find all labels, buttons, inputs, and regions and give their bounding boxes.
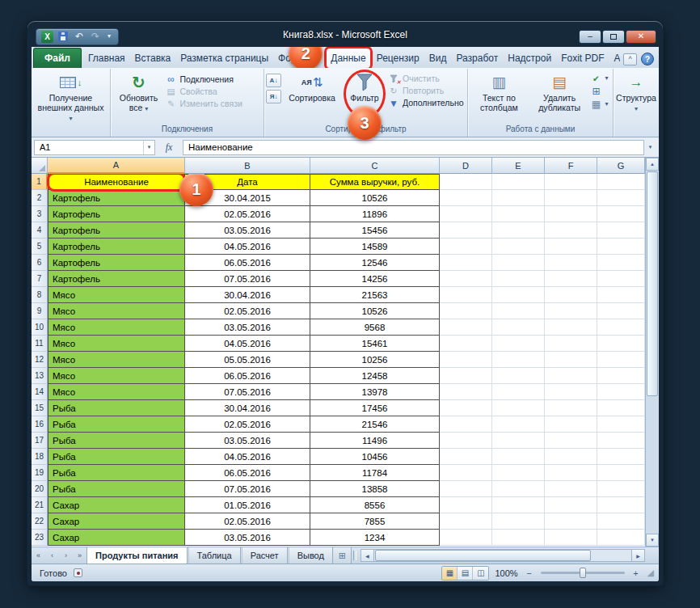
sort-button[interactable]: АЯ⇅ Сортировка: [283, 70, 341, 122]
row-header-22[interactable]: 22: [32, 513, 48, 530]
cell-F23[interactable]: [545, 530, 597, 546]
what-if-analysis-button[interactable]: ▦▾: [590, 99, 611, 109]
cell-C15[interactable]: 17456: [310, 400, 440, 416]
cell-D12[interactable]: [440, 352, 492, 368]
cell-F13[interactable]: [545, 368, 597, 384]
cell-C6[interactable]: 12546: [310, 255, 440, 271]
cell-E1[interactable]: [492, 174, 545, 190]
cell-D21[interactable]: [440, 497, 492, 513]
cell-F22[interactable]: [545, 513, 597, 530]
cell-C12[interactable]: 10256: [310, 352, 440, 368]
sheet-tab-1[interactable]: Продукты питания: [86, 547, 188, 564]
cell-B6[interactable]: 06.05.2016: [185, 255, 310, 271]
cell-A5[interactable]: Картофель: [48, 239, 185, 255]
name-box[interactable]: A1 ▾: [34, 140, 155, 155]
sort-descending-button[interactable]: Я↓: [266, 90, 281, 103]
cell-D14[interactable]: [440, 384, 492, 400]
cell-G9[interactable]: [597, 303, 645, 319]
cell-B12[interactable]: 05.05.2016: [185, 352, 310, 368]
zoom-out-button[interactable]: −: [524, 568, 535, 578]
connections-button[interactable]: ∞Подключения: [166, 74, 261, 84]
cell-E13[interactable]: [492, 368, 545, 384]
cell-B23[interactable]: 03.05.2016: [185, 530, 310, 546]
cell-D10[interactable]: [440, 319, 492, 336]
sheet-tab-2[interactable]: Таблица: [188, 547, 241, 564]
cell-F6[interactable]: [545, 255, 597, 271]
cell-C16[interactable]: 21546: [310, 416, 440, 433]
cell-E14[interactable]: [492, 384, 545, 400]
first-sheet-button[interactable]: «: [32, 547, 45, 564]
qat-customize-button[interactable]: ▾: [105, 30, 113, 43]
insert-function-button[interactable]: fx: [155, 140, 183, 155]
cell-D23[interactable]: [440, 530, 492, 546]
restore-button[interactable]: [602, 30, 625, 44]
cell-C21[interactable]: 8556: [310, 497, 440, 513]
properties-button[interactable]: ▤Свойства: [166, 87, 261, 96]
cell-D2[interactable]: [440, 190, 492, 206]
cell-B17[interactable]: 03.05.2016: [185, 433, 310, 449]
row-header-12[interactable]: 12: [32, 352, 48, 368]
cell-A13[interactable]: Мясо: [48, 368, 185, 384]
cell-D1[interactable]: [440, 174, 492, 190]
cell-C1[interactable]: Сумма выручки, руб.: [310, 174, 440, 190]
cell-G6[interactable]: [597, 255, 645, 271]
cell-E6[interactable]: [492, 255, 545, 271]
cell-B18[interactable]: 04.05.2016: [185, 449, 310, 465]
horizontal-scrollbar[interactable]: ◀ ▶: [361, 549, 645, 562]
select-all-corner[interactable]: [32, 158, 48, 174]
cell-A9[interactable]: Мясо: [48, 303, 185, 319]
excel-app-icon[interactable]: X: [41, 31, 53, 43]
cell-E9[interactable]: [492, 303, 545, 319]
cell-B1[interactable]: Дата: [185, 174, 310, 190]
cell-D4[interactable]: [440, 222, 492, 239]
ribbon-tab-3[interactable]: Разметка страницы: [175, 49, 273, 68]
cell-F4[interactable]: [545, 222, 597, 239]
data-validation-button[interactable]: ✔▾: [590, 74, 611, 83]
consolidate-button[interactable]: ⊞: [590, 87, 611, 96]
cell-C2[interactable]: 10526: [310, 190, 440, 206]
ribbon-tab-11[interactable]: ABBYY PD: [609, 49, 620, 68]
zoom-slider[interactable]: [541, 572, 625, 574]
cell-B5[interactable]: 04.05.2016: [185, 239, 310, 255]
cell-C20[interactable]: 13858: [310, 481, 440, 497]
edit-links-button[interactable]: ✎Изменить связи: [166, 99, 261, 108]
cell-B3[interactable]: 02.05.2016: [185, 206, 310, 222]
cell-D11[interactable]: [440, 336, 492, 352]
cell-F3[interactable]: [545, 206, 597, 222]
row-header-4[interactable]: 4: [32, 222, 48, 239]
page-break-view-button[interactable]: ◫: [473, 567, 488, 580]
cell-D8[interactable]: [440, 287, 492, 303]
vertical-scroll-thumb[interactable]: [647, 171, 658, 396]
cell-G15[interactable]: [597, 400, 645, 416]
row-header-20[interactable]: 20: [32, 481, 48, 497]
cell-G19[interactable]: [597, 465, 645, 481]
cell-G1[interactable]: [597, 174, 645, 190]
cell-B7[interactable]: 07.05.2016: [185, 271, 310, 287]
cell-F18[interactable]: [545, 449, 597, 465]
cell-C7[interactable]: 14256: [310, 271, 440, 287]
cell-F1[interactable]: [545, 174, 597, 190]
cell-E7[interactable]: [492, 271, 545, 287]
cell-B10[interactable]: 03.05.2016: [185, 319, 310, 336]
scroll-down-button[interactable]: ▼: [646, 534, 659, 547]
cell-D13[interactable]: [440, 368, 492, 384]
cell-E20[interactable]: [492, 481, 545, 497]
cell-A8[interactable]: Мясо: [48, 287, 185, 303]
cell-B8[interactable]: 30.04.2016: [185, 287, 310, 303]
cell-B16[interactable]: 02.05.2016: [185, 416, 310, 433]
cell-A21[interactable]: Сахар: [48, 497, 185, 513]
cell-B14[interactable]: 07.05.2016: [185, 384, 310, 400]
cell-G14[interactable]: [597, 384, 645, 400]
cell-C3[interactable]: 11896: [310, 206, 440, 222]
cell-E23[interactable]: [492, 530, 545, 546]
zoom-slider-thumb[interactable]: [580, 568, 586, 578]
cell-A22[interactable]: Сахар: [48, 513, 185, 530]
cell-B11[interactable]: 04.05.2016: [185, 336, 310, 352]
cell-A6[interactable]: Картофель: [48, 255, 185, 271]
scroll-left-button[interactable]: ◀: [361, 550, 374, 561]
cell-C5[interactable]: 14589: [310, 239, 440, 255]
cell-E10[interactable]: [492, 319, 545, 336]
horizontal-scroll-track[interactable]: [374, 550, 631, 561]
cell-E21[interactable]: [492, 497, 545, 513]
save-button[interactable]: [57, 30, 70, 43]
